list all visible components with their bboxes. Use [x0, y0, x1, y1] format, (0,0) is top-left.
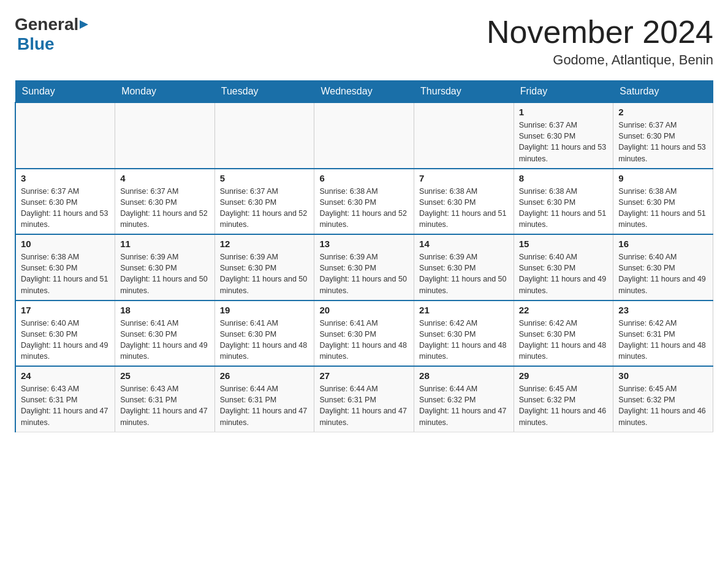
day-info: Sunrise: 6:45 AM Sunset: 6:32 PM Dayligh… — [618, 383, 708, 428]
day-number: 23 — [618, 305, 708, 315]
title-area: November 2024 Godome, Atlantique, Benin — [487, 15, 713, 68]
day-info: Sunrise: 6:37 AM Sunset: 6:30 PM Dayligh… — [120, 186, 210, 231]
calendar-cell: 29Sunrise: 6:45 AM Sunset: 6:32 PM Dayli… — [514, 366, 613, 432]
day-number: 18 — [120, 305, 210, 315]
calendar-cell: 9Sunrise: 6:38 AM Sunset: 6:30 PM Daylig… — [613, 169, 713, 235]
day-info: Sunrise: 6:44 AM Sunset: 6:31 PM Dayligh… — [220, 383, 309, 428]
day-info: Sunrise: 6:40 AM Sunset: 6:30 PM Dayligh… — [21, 318, 110, 362]
calendar-cell — [214, 102, 314, 169]
day-number: 26 — [220, 370, 309, 381]
calendar-table: SundayMondayTuesdayWednesdayThursdayFrid… — [15, 80, 713, 432]
calendar-cell: 23Sunrise: 6:42 AM Sunset: 6:31 PM Dayli… — [613, 301, 713, 367]
calendar-cell: 28Sunrise: 6:44 AM Sunset: 6:32 PM Dayli… — [414, 366, 514, 432]
day-info: Sunrise: 6:42 AM Sunset: 6:30 PM Dayligh… — [519, 318, 609, 362]
day-number: 30 — [618, 370, 708, 381]
day-number: 17 — [21, 305, 110, 315]
calendar-cell: 11Sunrise: 6:39 AM Sunset: 6:30 PM Dayli… — [115, 234, 215, 301]
calendar-cell: 14Sunrise: 6:39 AM Sunset: 6:30 PM Dayli… — [414, 234, 514, 301]
calendar-cell: 1Sunrise: 6:37 AM Sunset: 6:30 PM Daylig… — [514, 102, 613, 169]
header-day-wednesday: Wednesday — [314, 81, 414, 103]
calendar-week-row: 10Sunrise: 6:38 AM Sunset: 6:30 PM Dayli… — [15, 234, 713, 301]
logo-general-text: General — [15, 15, 78, 34]
day-info: Sunrise: 6:43 AM Sunset: 6:31 PM Dayligh… — [21, 383, 110, 428]
day-info: Sunrise: 6:39 AM Sunset: 6:30 PM Dayligh… — [419, 251, 509, 296]
day-number: 10 — [21, 239, 110, 249]
calendar-cell: 12Sunrise: 6:39 AM Sunset: 6:30 PM Dayli… — [214, 234, 314, 301]
day-info: Sunrise: 6:38 AM Sunset: 6:30 PM Dayligh… — [319, 186, 409, 231]
day-info: Sunrise: 6:41 AM Sunset: 6:30 PM Dayligh… — [319, 318, 409, 362]
day-number: 9 — [618, 173, 708, 183]
calendar-cell: 26Sunrise: 6:44 AM Sunset: 6:31 PM Dayli… — [214, 366, 314, 432]
calendar-cell: 17Sunrise: 6:40 AM Sunset: 6:30 PM Dayli… — [15, 301, 115, 367]
day-number: 2 — [618, 107, 708, 117]
day-info: Sunrise: 6:41 AM Sunset: 6:30 PM Dayligh… — [220, 318, 309, 362]
day-info: Sunrise: 6:39 AM Sunset: 6:30 PM Dayligh… — [319, 251, 409, 296]
calendar-header-row: SundayMondayTuesdayWednesdayThursdayFrid… — [15, 81, 713, 103]
day-number: 28 — [419, 370, 509, 381]
day-number: 21 — [419, 305, 509, 315]
day-info: Sunrise: 6:42 AM Sunset: 6:31 PM Dayligh… — [618, 318, 708, 362]
day-number: 13 — [319, 239, 409, 249]
calendar-week-row: 17Sunrise: 6:40 AM Sunset: 6:30 PM Dayli… — [15, 301, 713, 367]
day-info: Sunrise: 6:40 AM Sunset: 6:30 PM Dayligh… — [519, 251, 609, 296]
day-number: 29 — [519, 370, 609, 381]
calendar-cell: 19Sunrise: 6:41 AM Sunset: 6:30 PM Dayli… — [214, 301, 314, 367]
calendar-cell: 15Sunrise: 6:40 AM Sunset: 6:30 PM Dayli… — [514, 234, 613, 301]
calendar-cell: 18Sunrise: 6:41 AM Sunset: 6:30 PM Dayli… — [115, 301, 215, 367]
day-number: 4 — [120, 173, 210, 183]
calendar-title: November 2024 — [487, 15, 713, 50]
day-number: 15 — [519, 239, 609, 249]
header-day-tuesday: Tuesday — [214, 81, 314, 103]
calendar-cell: 24Sunrise: 6:43 AM Sunset: 6:31 PM Dayli… — [15, 366, 115, 432]
calendar-cell: 27Sunrise: 6:44 AM Sunset: 6:31 PM Dayli… — [314, 366, 414, 432]
day-info: Sunrise: 6:38 AM Sunset: 6:30 PM Dayligh… — [519, 186, 609, 231]
day-number: 5 — [220, 173, 309, 183]
calendar-cell — [414, 102, 514, 169]
day-info: Sunrise: 6:43 AM Sunset: 6:31 PM Dayligh… — [120, 383, 210, 428]
day-info: Sunrise: 6:40 AM Sunset: 6:30 PM Dayligh… — [618, 251, 708, 296]
day-info: Sunrise: 6:37 AM Sunset: 6:30 PM Dayligh… — [21, 186, 110, 231]
calendar-week-row: 24Sunrise: 6:43 AM Sunset: 6:31 PM Dayli… — [15, 366, 713, 432]
day-number: 27 — [319, 370, 409, 381]
calendar-cell: 3Sunrise: 6:37 AM Sunset: 6:30 PM Daylig… — [15, 169, 115, 235]
day-number: 11 — [120, 239, 210, 249]
calendar-cell — [314, 102, 414, 169]
day-info: Sunrise: 6:39 AM Sunset: 6:30 PM Dayligh… — [120, 251, 210, 296]
day-info: Sunrise: 6:38 AM Sunset: 6:30 PM Dayligh… — [21, 251, 110, 296]
calendar-cell: 21Sunrise: 6:42 AM Sunset: 6:30 PM Dayli… — [414, 301, 514, 367]
calendar-cell: 30Sunrise: 6:45 AM Sunset: 6:32 PM Dayli… — [613, 366, 713, 432]
day-info: Sunrise: 6:37 AM Sunset: 6:30 PM Dayligh… — [519, 120, 609, 164]
calendar-week-row: 3Sunrise: 6:37 AM Sunset: 6:30 PM Daylig… — [15, 169, 713, 235]
day-info: Sunrise: 6:39 AM Sunset: 6:30 PM Dayligh… — [220, 251, 309, 296]
calendar-cell: 16Sunrise: 6:40 AM Sunset: 6:30 PM Dayli… — [613, 234, 713, 301]
calendar-cell: 2Sunrise: 6:37 AM Sunset: 6:30 PM Daylig… — [613, 102, 713, 169]
logo-arrow-icon — [80, 18, 93, 31]
header-day-thursday: Thursday — [414, 81, 514, 103]
day-number: 16 — [618, 239, 708, 249]
day-info: Sunrise: 6:37 AM Sunset: 6:30 PM Dayligh… — [220, 186, 309, 231]
calendar-cell: 10Sunrise: 6:38 AM Sunset: 6:30 PM Dayli… — [15, 234, 115, 301]
day-info: Sunrise: 6:38 AM Sunset: 6:30 PM Dayligh… — [618, 186, 708, 231]
day-info: Sunrise: 6:44 AM Sunset: 6:32 PM Dayligh… — [419, 383, 509, 428]
day-number: 1 — [519, 107, 609, 117]
day-info: Sunrise: 6:44 AM Sunset: 6:31 PM Dayligh… — [319, 383, 409, 428]
calendar-week-row: 1Sunrise: 6:37 AM Sunset: 6:30 PM Daylig… — [15, 102, 713, 169]
day-number: 19 — [220, 305, 309, 315]
calendar-cell — [115, 102, 215, 169]
day-number: 22 — [519, 305, 609, 315]
calendar-cell: 7Sunrise: 6:38 AM Sunset: 6:30 PM Daylig… — [414, 169, 514, 235]
day-info: Sunrise: 6:42 AM Sunset: 6:30 PM Dayligh… — [419, 318, 509, 362]
header-day-sunday: Sunday — [15, 81, 115, 103]
logo-blue-text: Blue — [17, 34, 55, 53]
day-info: Sunrise: 6:38 AM Sunset: 6:30 PM Dayligh… — [419, 186, 509, 231]
day-info: Sunrise: 6:37 AM Sunset: 6:30 PM Dayligh… — [618, 120, 708, 164]
calendar-cell: 8Sunrise: 6:38 AM Sunset: 6:30 PM Daylig… — [514, 169, 613, 235]
calendar-cell: 22Sunrise: 6:42 AM Sunset: 6:30 PM Dayli… — [514, 301, 613, 367]
day-number: 3 — [21, 173, 110, 183]
day-number: 14 — [419, 239, 509, 249]
header-day-friday: Friday — [514, 81, 613, 103]
svg-marker-0 — [80, 20, 88, 29]
calendar-cell: 6Sunrise: 6:38 AM Sunset: 6:30 PM Daylig… — [314, 169, 414, 235]
calendar-cell: 20Sunrise: 6:41 AM Sunset: 6:30 PM Dayli… — [314, 301, 414, 367]
header-day-monday: Monday — [115, 81, 215, 103]
